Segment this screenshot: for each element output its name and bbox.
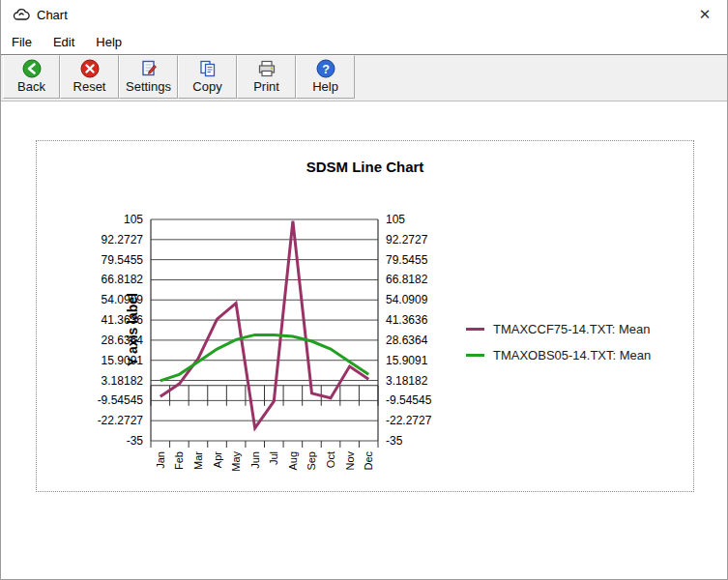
- copy-icon: [198, 59, 218, 78]
- reset-button-label: Reset: [73, 79, 106, 94]
- x-axis-month-label: Mar: [192, 451, 204, 470]
- menu-file[interactable]: File: [1, 31, 43, 53]
- legend-item: TMAXCCF75-14.TXT: Mean: [466, 316, 651, 342]
- client-area: SDSM Line Chart Y axis label 10510592.27…: [1, 102, 727, 579]
- x-axis-month-label: May: [230, 451, 242, 472]
- title-bar: Chart ✕: [1, 0, 727, 29]
- y-axis-tick-label-right: 92.2727: [386, 233, 428, 246]
- help-button-label: Help: [312, 79, 338, 94]
- y-axis-tick-label-right: -35: [386, 434, 403, 448]
- x-axis-month-label: Jun: [249, 451, 261, 469]
- print-button-label: Print: [253, 79, 279, 94]
- y-axis-tick-label-right: 105: [386, 213, 405, 226]
- y-axis-tick-label-left: 66.8182: [102, 273, 144, 286]
- y-axis-tick-label-right: 41.3636: [386, 313, 428, 327]
- y-axis-tick-label-left: -9.54545: [98, 393, 144, 407]
- y-axis-tick-label-left: 79.5455: [102, 253, 144, 267]
- legend-label-series1: TMAXCCF75-14.TXT: Mean: [493, 322, 651, 336]
- copy-button[interactable]: Copy: [178, 55, 237, 99]
- x-axis-month-label: Jan: [155, 451, 166, 469]
- menu-bar: File Edit Help: [1, 29, 727, 55]
- legend-label-series2: TMAXOBS05-14.TXT: Mean: [493, 348, 651, 362]
- series-line-2: [160, 334, 368, 380]
- x-axis-month-label: Nov: [344, 451, 356, 471]
- svg-text:?: ?: [322, 63, 330, 76]
- x-axis-month-label: Feb: [173, 451, 185, 470]
- x-axis-month-label: Apr: [212, 451, 223, 468]
- back-button-label: Back: [17, 79, 45, 94]
- y-axis-tick-label-right: -9.54545: [386, 393, 432, 407]
- y-axis-tick-label-left: -35: [127, 434, 144, 448]
- chart-panel: SDSM Line Chart Y axis label 10510592.27…: [36, 140, 694, 492]
- settings-icon: [139, 59, 159, 78]
- y-axis-tick-label-right: 28.6364: [386, 334, 428, 347]
- y-axis-tick-label-left: 28.6364: [102, 334, 144, 347]
- print-button[interactable]: Print: [237, 55, 296, 99]
- x-axis-month-label: Oct: [325, 451, 336, 468]
- y-axis-tick-label-right: 54.0909: [386, 293, 428, 306]
- menu-edit[interactable]: Edit: [43, 31, 85, 53]
- back-button[interactable]: Back: [3, 55, 60, 99]
- legend-item: TMAXOBS05-14.TXT: Mean: [466, 342, 651, 368]
- app-logo-icon: [13, 7, 30, 22]
- y-axis-tick-label-left: 3.18182: [102, 374, 144, 388]
- toolbar: Back Reset Settings Copy Print: [1, 55, 727, 102]
- menu-help[interactable]: Help: [85, 31, 132, 53]
- y-axis-tick-label-right: -22.2727: [386, 414, 432, 427]
- y-axis-tick-label-left: 105: [124, 213, 143, 226]
- x-axis-month-label: Sep: [306, 451, 317, 471]
- print-icon: [257, 59, 277, 78]
- close-button[interactable]: ✕: [683, 0, 727, 29]
- y-axis-tick-label-left: 92.2727: [102, 233, 144, 246]
- reset-button[interactable]: Reset: [60, 55, 119, 99]
- y-axis-tick-label-right: 79.5455: [386, 253, 428, 267]
- copy-button-label: Copy: [192, 79, 221, 94]
- y-axis-tick-label-right: 3.18182: [386, 374, 428, 388]
- x-axis-month-label: Jul: [268, 451, 279, 465]
- chart-window: { "window": { "title": "Chart", "close_g…: [0, 0, 728, 580]
- settings-button[interactable]: Settings: [119, 55, 178, 99]
- legend-swatch-series1: [466, 328, 484, 331]
- y-axis-tick-label-left: 54.0909: [102, 293, 144, 306]
- y-axis-tick-label-left: 15.9091: [102, 354, 144, 367]
- window-title: Chart: [37, 8, 68, 22]
- chart-legend: TMAXCCF75-14.TXT: Mean TMAXOBS05-14.TXT:…: [466, 316, 651, 368]
- x-axis-month-label: Dec: [363, 451, 374, 471]
- help-button[interactable]: ? Help: [296, 55, 355, 99]
- legend-swatch-series2: [466, 354, 484, 357]
- y-axis-tick-label-right: 15.9091: [386, 354, 428, 367]
- y-axis-tick-label-left: 41.3636: [102, 313, 144, 327]
- help-icon: ?: [316, 59, 335, 78]
- back-icon: [22, 59, 42, 78]
- x-axis-month-label: Aug: [287, 451, 299, 471]
- y-axis-tick-label-right: 66.8182: [386, 273, 428, 286]
- settings-button-label: Settings: [126, 79, 171, 94]
- y-axis-tick-label-left: -22.2727: [98, 414, 144, 427]
- reset-icon: [80, 59, 100, 78]
